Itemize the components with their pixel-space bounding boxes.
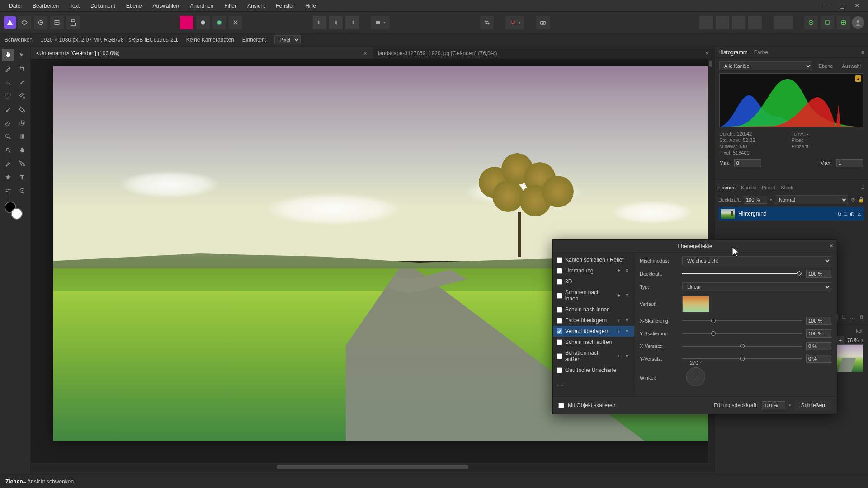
visibility-icon[interactable]: ◐ <box>850 211 854 217</box>
pan-tool[interactable] <box>2 49 14 61</box>
effect-item[interactable]: Umrandung+× <box>553 265 634 276</box>
camera-button[interactable] <box>536 16 550 29</box>
add-icon[interactable]: + <box>616 353 622 359</box>
horizontal-scrollbar[interactable] <box>31 464 714 472</box>
globe-button[interactable] <box>837 16 850 29</box>
layer-opacity-input[interactable] <box>744 196 767 204</box>
shape-tool[interactable] <box>2 171 14 183</box>
menu-datei[interactable]: Datei <box>4 0 27 12</box>
effect-item[interactable]: 3D <box>553 276 634 287</box>
chevron-down-icon[interactable]: ˅ <box>561 384 564 390</box>
swatch-button[interactable] <box>180 16 193 29</box>
zoom-value[interactable]: 76 % <box>847 338 859 343</box>
lock-icon[interactable]: □ <box>844 211 847 217</box>
align-left-button[interactable] <box>313 16 326 29</box>
add-icon[interactable]: + <box>616 267 622 274</box>
layer-button[interactable]: 🗑 <box>859 314 864 319</box>
paint-brush-tool[interactable] <box>2 103 14 116</box>
color-wells[interactable] <box>5 202 23 220</box>
yscale-value[interactable] <box>806 329 831 338</box>
xoffset-value[interactable] <box>806 342 831 350</box>
background-color[interactable] <box>11 208 23 220</box>
selection-toggle[interactable]: Auswahl <box>839 62 863 70</box>
node-tool[interactable] <box>16 157 28 170</box>
close-icon[interactable]: × <box>705 47 709 59</box>
opacity-slider[interactable] <box>682 271 802 277</box>
fx-icon[interactable]: fx <box>838 211 842 217</box>
tab-brushes[interactable]: Pinsel <box>762 185 775 190</box>
effect-item[interactable]: Verlauf überlagern+× <box>553 326 634 337</box>
close-icon[interactable]: × <box>363 47 367 59</box>
sync-button[interactable] <box>804 16 818 29</box>
remove-icon[interactable]: × <box>624 353 630 359</box>
persona-develop-button[interactable] <box>50 16 64 29</box>
fill-opacity-input[interactable] <box>762 401 785 409</box>
move-tool[interactable] <box>16 49 28 61</box>
gradient-tool[interactable] <box>16 130 28 143</box>
menu-bearbeiten[interactable]: Bearbeiten <box>27 0 64 12</box>
menu-anordnen[interactable]: Anordnen <box>184 0 219 12</box>
opacity-value[interactable] <box>806 270 831 278</box>
document-tab-0[interactable]: <Unbenannt> [Geändert] (100,0%) × <box>31 47 373 59</box>
effect-checkbox[interactable] <box>557 367 562 373</box>
layer-button[interactable]: □ <box>842 314 845 319</box>
effect-checkbox[interactable] <box>557 293 562 299</box>
panel-options-icon[interactable]: ≡ <box>862 185 864 190</box>
text-tool[interactable] <box>16 171 28 183</box>
scale-with-checkbox[interactable] <box>558 403 564 408</box>
artboard-dropdown[interactable]: ▾ <box>371 16 390 29</box>
fill-tool[interactable] <box>16 103 28 116</box>
max-input[interactable] <box>836 159 863 167</box>
menu-fenster[interactable]: Fenster <box>270 0 300 12</box>
tab-histogram[interactable]: Histogramm <box>718 49 748 56</box>
yoffset-value[interactable] <box>806 355 831 363</box>
vector-brush-tool[interactable] <box>2 157 14 170</box>
effect-item[interactable]: Gaußsche Unschärfe <box>553 365 634 375</box>
gradient-swatch[interactable] <box>682 296 709 312</box>
flood-select-tool[interactable] <box>16 89 28 102</box>
effect-item[interactable]: Farbe überlagern+× <box>553 315 634 326</box>
yscale-slider[interactable] <box>682 330 802 337</box>
tab-layers[interactable]: Ebenen <box>718 185 736 190</box>
erase-tool[interactable] <box>2 117 14 129</box>
menu-dokument[interactable]: Dokument <box>85 0 121 12</box>
group5-button[interactable] <box>774 16 793 29</box>
menu-filter[interactable]: Filter <box>219 0 242 12</box>
chevron-up-icon[interactable]: ˄ <box>557 384 559 390</box>
menu-ansicht[interactable]: Ansicht <box>242 0 270 12</box>
layer-button[interactable]: … <box>850 314 855 319</box>
blur-tool[interactable] <box>16 144 28 156</box>
units-select[interactable]: Pixel <box>274 35 301 44</box>
document-tab-1[interactable]: landscape-3127859_1920.jpg [Geändert] (7… <box>373 47 714 59</box>
mesh-tool[interactable] <box>2 184 14 197</box>
checkbox-icon[interactable]: ☑ <box>857 211 862 217</box>
menu-hilfe[interactable]: Hilfe <box>300 0 321 12</box>
persona-photo-button[interactable] <box>18 16 31 29</box>
eyedropper-tool[interactable] <box>16 184 28 197</box>
selection-brush-tool[interactable] <box>2 76 14 89</box>
add-icon[interactable]: + <box>616 292 622 299</box>
menu-ebene[interactable]: Ebene <box>121 0 147 12</box>
tab-color[interactable]: Farbe <box>754 49 768 56</box>
gear-icon[interactable]: ⚙ <box>851 197 855 203</box>
blend-mode-select[interactable]: Weiches Licht <box>682 256 831 265</box>
mask-circle-button[interactable] <box>196 16 210 29</box>
pen-tool[interactable] <box>16 76 28 89</box>
effect-checkbox[interactable] <box>557 318 562 324</box>
persona-liquify-button[interactable] <box>34 16 47 29</box>
persona-export-button[interactable] <box>66 16 80 29</box>
xscale-slider[interactable] <box>682 318 802 324</box>
clone-tool[interactable] <box>16 117 28 129</box>
add-icon[interactable]: + <box>616 328 622 334</box>
menu-auswählen[interactable]: Auswählen <box>147 0 184 12</box>
color-picker-tool[interactable] <box>2 62 14 75</box>
user-avatar[interactable] <box>852 16 864 29</box>
effect-checkbox[interactable] <box>557 307 562 313</box>
effect-item[interactable]: Schatten nach außen+× <box>553 347 634 365</box>
close-window-button[interactable]: ✕ <box>850 1 864 10</box>
min-input[interactable] <box>734 159 761 167</box>
group1-button[interactable] <box>699 16 713 29</box>
channels-select[interactable]: Alle Kanäle <box>719 61 812 70</box>
maximize-button[interactable]: ▢ <box>835 1 849 10</box>
nav-sub[interactable]: koll <box>856 328 863 333</box>
